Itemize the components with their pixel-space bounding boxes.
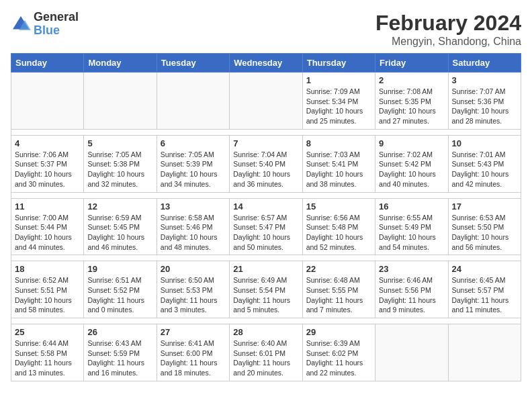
table-row: 24Sunrise: 6:45 AM Sunset: 5:57 PM Dayli…	[448, 261, 521, 318]
title-section: February 2024 Mengyin, Shandong, China	[375, 11, 521, 48]
day-number: 25	[15, 327, 80, 337]
logo-icon	[11, 14, 31, 34]
day-info: Sunrise: 7:08 AM Sunset: 5:35 PM Dayligh…	[379, 87, 444, 126]
day-info: Sunrise: 7:07 AM Sunset: 5:36 PM Dayligh…	[452, 87, 517, 126]
day-number: 29	[306, 327, 371, 337]
day-number: 22	[306, 264, 371, 274]
day-info: Sunrise: 6:50 AM Sunset: 5:53 PM Dayligh…	[161, 275, 226, 315]
day-info: Sunrise: 6:55 AM Sunset: 5:49 PM Dayligh…	[379, 213, 444, 253]
day-number: 14	[233, 201, 298, 212]
table-row: 21Sunrise: 6:49 AM Sunset: 5:54 PM Dayli…	[230, 261, 302, 318]
page-header: General Blue February 2024 Mengyin, Shan…	[11, 11, 521, 48]
day-info: Sunrise: 6:58 AM Sunset: 5:46 PM Dayligh…	[161, 213, 226, 253]
calendar-header-row: Sunday Monday Tuesday Wednesday Thursday…	[11, 54, 521, 73]
day-number: 7	[233, 138, 298, 148]
row-spacer	[11, 255, 521, 261]
day-info: Sunrise: 6:51 AM Sunset: 5:52 PM Dayligh…	[87, 275, 152, 315]
day-number: 4	[15, 138, 80, 148]
day-number: 27	[161, 327, 226, 337]
table-row: 16Sunrise: 6:55 AM Sunset: 5:49 PM Dayli…	[375, 198, 448, 255]
day-info: Sunrise: 6:56 AM Sunset: 5:48 PM Dayligh…	[306, 213, 371, 253]
day-number: 28	[233, 327, 298, 337]
table-row	[11, 73, 84, 130]
day-info: Sunrise: 7:09 AM Sunset: 5:34 PM Dayligh…	[306, 87, 371, 126]
table-row	[375, 324, 448, 381]
calendar-subtitle: Mengyin, Shandong, China	[375, 36, 521, 48]
calendar-week-row: 18Sunrise: 6:52 AM Sunset: 5:51 PM Dayli…	[11, 261, 521, 318]
table-row: 27Sunrise: 6:41 AM Sunset: 6:00 PM Dayli…	[157, 324, 229, 381]
table-row: 10Sunrise: 7:01 AM Sunset: 5:43 PM Dayli…	[448, 135, 521, 192]
table-row: 1Sunrise: 7:09 AM Sunset: 5:34 PM Daylig…	[302, 73, 375, 130]
day-number: 1	[306, 75, 371, 85]
calendar-body: 1Sunrise: 7:09 AM Sunset: 5:34 PM Daylig…	[11, 73, 521, 381]
table-row: 2Sunrise: 7:08 AM Sunset: 5:35 PM Daylig…	[375, 73, 448, 130]
table-row	[448, 324, 521, 381]
day-number: 13	[161, 201, 226, 212]
day-number: 8	[306, 138, 371, 148]
table-row: 8Sunrise: 7:03 AM Sunset: 5:41 PM Daylig…	[302, 135, 375, 192]
day-number: 24	[452, 264, 517, 274]
day-number: 6	[161, 138, 226, 148]
day-info: Sunrise: 7:01 AM Sunset: 5:43 PM Dayligh…	[452, 150, 517, 189]
table-row: 3Sunrise: 7:07 AM Sunset: 5:36 PM Daylig…	[448, 73, 521, 130]
day-info: Sunrise: 7:05 AM Sunset: 5:38 PM Dayligh…	[87, 150, 152, 189]
table-row: 12Sunrise: 6:59 AM Sunset: 5:45 PM Dayli…	[84, 198, 157, 255]
row-spacer	[11, 318, 521, 324]
day-info: Sunrise: 6:39 AM Sunset: 6:02 PM Dayligh…	[306, 338, 371, 378]
day-number: 3	[452, 75, 517, 85]
header-friday: Friday	[375, 54, 448, 73]
day-info: Sunrise: 6:46 AM Sunset: 5:56 PM Dayligh…	[379, 275, 444, 315]
day-number: 26	[87, 327, 152, 337]
table-row	[157, 73, 229, 130]
day-info: Sunrise: 6:48 AM Sunset: 5:55 PM Dayligh…	[306, 275, 371, 315]
header-saturday: Saturday	[448, 54, 521, 73]
logo: General Blue	[11, 11, 79, 38]
table-row: 11Sunrise: 7:00 AM Sunset: 5:44 PM Dayli…	[11, 198, 84, 255]
day-info: Sunrise: 6:45 AM Sunset: 5:57 PM Dayligh…	[452, 275, 517, 315]
table-row: 25Sunrise: 6:44 AM Sunset: 5:58 PM Dayli…	[11, 324, 84, 381]
table-row: 29Sunrise: 6:39 AM Sunset: 6:02 PM Dayli…	[302, 324, 375, 381]
day-number: 9	[379, 138, 444, 148]
day-info: Sunrise: 6:53 AM Sunset: 5:50 PM Dayligh…	[452, 213, 517, 253]
day-number: 17	[452, 201, 517, 212]
row-spacer	[11, 192, 521, 198]
day-number: 20	[161, 264, 226, 274]
day-number: 16	[379, 201, 444, 212]
table-row: 20Sunrise: 6:50 AM Sunset: 5:53 PM Dayli…	[157, 261, 229, 318]
header-thursday: Thursday	[302, 54, 375, 73]
day-info: Sunrise: 7:02 AM Sunset: 5:42 PM Dayligh…	[379, 150, 444, 189]
table-row: 5Sunrise: 7:05 AM Sunset: 5:38 PM Daylig…	[84, 135, 157, 192]
day-info: Sunrise: 6:57 AM Sunset: 5:47 PM Dayligh…	[233, 213, 298, 253]
day-info: Sunrise: 6:43 AM Sunset: 5:59 PM Dayligh…	[87, 338, 152, 378]
table-row	[84, 73, 157, 130]
table-row: 23Sunrise: 6:46 AM Sunset: 5:56 PM Dayli…	[375, 261, 448, 318]
table-row: 9Sunrise: 7:02 AM Sunset: 5:42 PM Daylig…	[375, 135, 448, 192]
day-number: 12	[87, 201, 152, 212]
table-row: 19Sunrise: 6:51 AM Sunset: 5:52 PM Dayli…	[84, 261, 157, 318]
calendar-week-row: 11Sunrise: 7:00 AM Sunset: 5:44 PM Dayli…	[11, 198, 521, 255]
table-row: 22Sunrise: 6:48 AM Sunset: 5:55 PM Dayli…	[302, 261, 375, 318]
table-row: 4Sunrise: 7:06 AM Sunset: 5:37 PM Daylig…	[11, 135, 84, 192]
table-row: 7Sunrise: 7:04 AM Sunset: 5:40 PM Daylig…	[230, 135, 302, 192]
day-number: 11	[15, 201, 80, 212]
day-number: 15	[306, 201, 371, 212]
calendar-week-row: 4Sunrise: 7:06 AM Sunset: 5:37 PM Daylig…	[11, 135, 521, 192]
table-row: 17Sunrise: 6:53 AM Sunset: 5:50 PM Dayli…	[448, 198, 521, 255]
day-info: Sunrise: 7:00 AM Sunset: 5:44 PM Dayligh…	[15, 213, 80, 253]
calendar-title: February 2024	[375, 11, 521, 36]
table-row: 13Sunrise: 6:58 AM Sunset: 5:46 PM Dayli…	[157, 198, 229, 255]
day-info: Sunrise: 7:03 AM Sunset: 5:41 PM Dayligh…	[306, 150, 371, 189]
table-row	[230, 73, 302, 130]
day-info: Sunrise: 6:59 AM Sunset: 5:45 PM Dayligh…	[87, 213, 152, 253]
day-number: 23	[379, 264, 444, 274]
table-row: 18Sunrise: 6:52 AM Sunset: 5:51 PM Dayli…	[11, 261, 84, 318]
table-row: 14Sunrise: 6:57 AM Sunset: 5:47 PM Dayli…	[230, 198, 302, 255]
day-number: 19	[87, 264, 152, 274]
day-info: Sunrise: 7:04 AM Sunset: 5:40 PM Dayligh…	[233, 150, 298, 189]
header-tuesday: Tuesday	[157, 54, 229, 73]
logo-blue-text: Blue	[34, 24, 60, 37]
calendar-week-row: 25Sunrise: 6:44 AM Sunset: 5:58 PM Dayli…	[11, 324, 521, 381]
day-info: Sunrise: 6:44 AM Sunset: 5:58 PM Dayligh…	[15, 338, 80, 378]
logo-text: General Blue	[34, 11, 79, 38]
header-sunday: Sunday	[11, 54, 84, 73]
